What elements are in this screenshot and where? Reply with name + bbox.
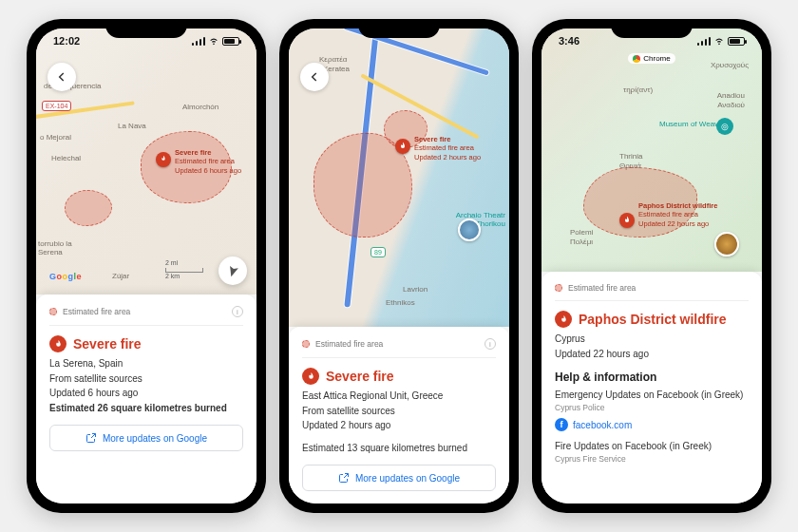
place-label: Lavrion — [403, 285, 428, 294]
open-external-icon — [86, 432, 97, 444]
phone-screen: 89 Κερατέα Keratea Lavrion Ethnikos Arch… — [289, 28, 509, 504]
place-label: Helechal — [51, 154, 81, 162]
place-label: La Nava — [118, 122, 146, 130]
place-label: Almorchón — [182, 103, 218, 111]
back-button[interactable] — [300, 63, 329, 91]
google-logo: Google — [49, 272, 82, 281]
route-shield: EX-104 — [42, 101, 71, 111]
estimate-legend-row: Estimated fire area — [555, 279, 749, 301]
place-label: torrubio la Serena — [38, 239, 76, 256]
wifi-icon — [713, 36, 725, 46]
estimate-legend-label: Estimated fire area — [568, 283, 636, 293]
phone-notch — [611, 19, 693, 38]
battery-icon — [728, 37, 745, 46]
help-item-source: Cyprus Police — [555, 403, 749, 412]
help-info-heading: Help & information — [555, 370, 749, 384]
info-icon[interactable]: i — [484, 338, 496, 350]
facebook-link[interactable]: f facebook.com — [555, 418, 749, 431]
help-item[interactable]: Fire Updates on Facebook (in Greek) — [555, 441, 749, 451]
fire-title-row: Paphos District wildfire — [555, 311, 749, 328]
fire-legend-dot-icon — [302, 340, 310, 348]
fire-icon — [302, 368, 319, 385]
info-sheet[interactable]: Estimated fire area i Severe fire La Ser… — [36, 294, 256, 504]
help-item[interactable]: Emergency Updates on Facebook (in Greek) — [555, 390, 749, 400]
fire-pin-icon[interactable] — [395, 139, 410, 154]
place-label: τηρί(αντ) — [623, 86, 653, 94]
fire-legend-dot-icon — [49, 308, 57, 315]
help-item-source: Cyprus Fire Service — [555, 454, 749, 464]
fire-icon — [49, 335, 66, 352]
place-label: Κερατέα — [319, 55, 347, 64]
fire-icon — [555, 311, 572, 328]
cell-signal-icon — [192, 36, 205, 46]
fire-overlay-label: Paphos District wildfire Estimated fire … — [638, 201, 717, 228]
more-updates-button[interactable]: More updates on Google — [302, 465, 496, 491]
phone-screen: 3:46 Chrome Χρυσοχούς τηρί(αντ) Anadiou … — [542, 28, 762, 504]
status-icons — [192, 36, 239, 46]
info-sheet[interactable]: Estimated fire area Paphos District wild… — [542, 272, 762, 504]
fire-details: La Serena, Spain From satellite sources … — [49, 356, 243, 415]
status-time: 12:02 — [53, 35, 80, 47]
browser-indicator[interactable]: Chrome — [628, 53, 674, 64]
place-label: Polemi — [570, 228, 593, 237]
estimate-legend-row: Estimated fire area i — [302, 334, 496, 358]
phone-screen: 12:02 EX-104 de Benquerencia o Mejoral H… — [36, 28, 256, 504]
fire-pin-icon[interactable] — [156, 152, 171, 167]
phone-2: 89 Κερατέα Keratea Lavrion Ethnikos Arch… — [279, 19, 519, 513]
browser-chrome-row: Chrome — [542, 53, 762, 64]
fire-overlay-label: Severe fire Estimated fire area Updated … — [414, 135, 481, 162]
estimate-legend-label: Estimated fire area — [315, 339, 383, 349]
map-area[interactable]: Χρυσοχούς τηρί(αντ) Anadiou Αναδιού Muse… — [542, 28, 762, 272]
phone-3: 3:46 Chrome Χρυσοχούς τηρί(αντ) Anadiou … — [532, 19, 771, 513]
wifi-icon — [208, 36, 219, 46]
info-icon[interactable]: i — [232, 306, 243, 317]
open-external-icon — [338, 472, 350, 484]
map-area[interactable]: EX-104 de Benquerencia o Mejoral Helecha… — [36, 28, 256, 294]
place-label: Anadiou — [717, 91, 745, 100]
locate-button[interactable] — [218, 256, 247, 285]
map-area[interactable]: 89 Κερατέα Keratea Lavrion Ethnikos Arch… — [289, 28, 509, 327]
place-label: Thrinia — [619, 152, 642, 161]
map-scale: 2 mi 2 km — [165, 259, 203, 279]
fire-title: Severe fire — [73, 336, 142, 352]
place-label: Πολέμι — [570, 238, 593, 246]
fire-title-row: Severe fire — [49, 335, 243, 352]
phone-notch — [358, 19, 440, 38]
phone-1: 12:02 EX-104 de Benquerencia o Mejoral H… — [27, 19, 266, 513]
place-label: Zújar — [112, 272, 129, 280]
chrome-icon — [633, 55, 640, 63]
fire-title-row: Severe fire — [302, 368, 496, 385]
place-label: Ethnikos — [386, 298, 415, 307]
fire-legend-dot-icon — [555, 284, 562, 292]
fire-details: Cyprus Updated 22 hours ago — [555, 332, 749, 361]
place-label: o Mejoral — [40, 133, 71, 142]
place-label: Αναδιού — [717, 101, 745, 109]
more-updates-button[interactable]: More updates on Google — [49, 425, 243, 451]
museum-poi-pin[interactable]: ◎ — [716, 118, 733, 135]
cell-signal-icon — [697, 36, 711, 46]
estimate-legend-row: Estimated fire area i — [49, 302, 243, 326]
fire-details: East Attica Regional Unit, Greece From s… — [302, 389, 496, 455]
fire-pin-icon[interactable] — [619, 213, 635, 228]
phone-notch — [105, 19, 187, 38]
back-button[interactable] — [48, 63, 76, 91]
battery-icon — [222, 37, 239, 46]
facebook-icon: f — [555, 418, 568, 431]
photo-poi-pin[interactable] — [458, 218, 481, 241]
status-icons — [697, 36, 745, 46]
info-sheet[interactable]: Estimated fire area i Severe fire East A… — [289, 327, 509, 504]
fire-title: Severe fire — [326, 369, 394, 384]
fire-overlay-label: Severe fire Estimated fire area Updated … — [175, 148, 241, 175]
status-time: 3:46 — [559, 35, 580, 47]
fire-title: Paphos District wildfire — [579, 312, 727, 327]
badge-poi-pin[interactable] — [714, 232, 739, 256]
route-shield: 89 — [370, 247, 386, 257]
estimate-legend-label: Estimated fire area — [63, 307, 130, 316]
